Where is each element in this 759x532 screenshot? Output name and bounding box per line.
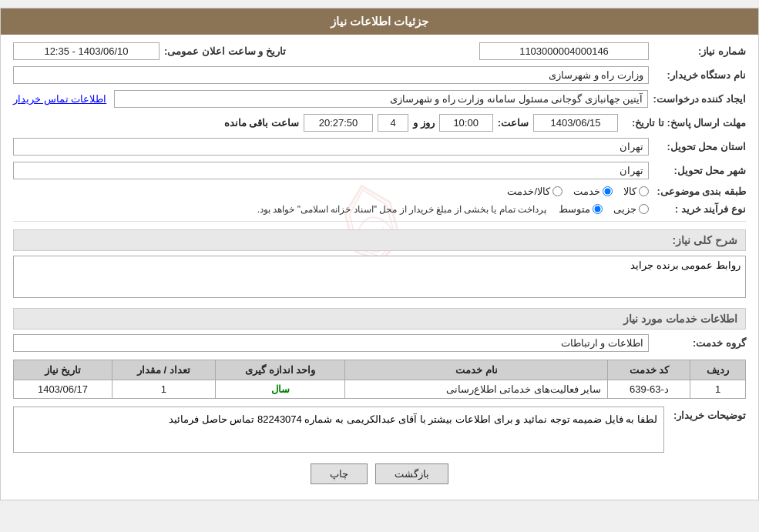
service-group-label: گروه خدمت: [653,337,746,349]
purchase-type-motavaset: متوسط [559,203,603,215]
province-row: استان محل تحویل: تهران [13,138,746,156]
deadline-time-label: ساعت: [498,117,529,129]
buyer-label: نام دستگاه خریدار: [653,69,746,81]
deadline-row: مهلت ارسال پاسخ: تا تاریخ: 1403/06/15 سا… [13,114,746,132]
col-code: کد خدمت [608,360,690,380]
need-number-value: 1103000004000146 [479,42,649,60]
category-kala-khadamat-radio[interactable] [552,186,563,196]
table-cell: 1 [690,380,746,399]
category-kala-radio[interactable] [639,186,649,196]
creator-label: ایجاد کننده درخواست: [653,93,746,105]
category-kala-khadamat-label: کالا/خدمت [507,186,550,197]
col-date: تاریخ نیاز [14,360,113,380]
service-table: ردیف کد خدمت نام خدمت واحد اندازه گیری ت… [13,360,746,399]
deadline-date: 1403/06/15 [533,114,618,132]
service-table-section: ردیف کد خدمت نام خدمت واحد اندازه گیری ت… [13,360,746,399]
deadline-remaining-label: ساعت باقی مانده [224,117,299,129]
description-row: روابط عمومی برنده جراید [13,256,746,300]
province-value: تهران [13,138,649,156]
button-row: بازگشت چاپ [13,463,746,484]
back-button[interactable]: بازگشت [375,463,448,484]
category-khadamat-radio[interactable] [603,186,613,196]
deadline-time: 10:00 [439,114,493,132]
category-kala: کالا [623,186,649,197]
table-row: 1د-63-639سایر فعالیت‌های خدماتی اطلاع‌رس… [14,380,746,399]
purchase-type-jozi-radio[interactable] [639,204,649,214]
purchase-type-row: نوع فرآیند خرید : جزیی متوسط پرداخت تمام… [13,203,746,215]
buyer-value: وزارت راه و شهرسازی [13,66,649,84]
deadline-days: 4 [378,114,408,132]
purchase-type-jozi-label: جزیی [613,203,636,215]
page-wrapper: انا تندر AnarTender جزئیات اطلاعات نیاز … [0,8,759,500]
table-cell: 1403/06/17 [14,380,113,399]
deadline-days-label: روز و [413,117,435,129]
table-cell: سال [215,380,345,399]
service-group-row: گروه خدمت: اطلاعات و ارتباطات [13,334,746,352]
purchase-type-motavaset-radio[interactable] [593,204,603,214]
purchase-type-label: نوع فرآیند خرید : [653,203,746,215]
service-info-label: اطلاعات خدمات مورد نیاز [623,313,737,325]
deadline-label: مهلت ارسال پاسخ: تا تاریخ: [623,117,746,129]
table-cell: 1 [112,380,215,399]
category-khadamat-label: خدمت [573,186,600,197]
need-number-label: شماره نیاز: [653,45,746,57]
buyer-notes-label: توضیحات خریدار: [669,407,746,421]
col-qty: تعداد / مقدار [112,360,215,380]
category-row: طبقه بندی موضوعی: کالا خدمت کالا/خدمت [13,186,746,197]
purchase-type-note: پرداخت تمام یا بخشی از مبلغ خریدار از مح… [257,204,546,215]
description-section-label: شرح کلی نیاز: [673,234,737,246]
city-label: شهر محل تحویل: [653,165,746,176]
category-radio-group: کالا خدمت کالا/خدمت [507,186,649,197]
category-khadamat: خدمت [573,186,613,197]
deadline-remaining: 20:27:50 [304,114,373,132]
page-title: جزئیات اطلاعات نیاز [331,15,428,28]
purchase-type-motavaset-label: متوسط [559,203,590,215]
city-value: تهران [13,162,649,179]
category-label: طبقه بندی موضوعی: [653,186,746,197]
category-kala-khadamat: کالا/خدمت [507,186,563,197]
table-cell: د-63-639 [608,380,690,399]
service-group-value: اطلاعات و ارتباطات [13,334,649,352]
col-unit: واحد اندازه گیری [215,360,345,380]
creator-value: آیتین جهانبازی گوجانی مسئول سامانه وزارت… [114,90,648,108]
need-number-row: شماره نیاز: 1103000004000146 تاریخ و ساع… [13,42,746,60]
province-label: استان محل تحویل: [653,141,746,152]
creator-link[interactable]: اطلاعات تماس خریدار [13,93,106,105]
buyer-row: نام دستگاه خریدار: وزارت راه و شهرسازی [13,66,746,84]
description-textarea[interactable]: روابط عمومی برنده جراید [13,256,746,298]
city-row: شهر محل تحویل: تهران [13,162,746,179]
table-cell: سایر فعالیت‌های خدماتی اطلاع‌رسانی [345,380,608,399]
print-button[interactable]: چاپ [311,463,368,484]
purchase-type-jozi: جزیی [613,203,649,215]
main-content: شماره نیاز: 1103000004000146 تاریخ و ساع… [1,35,758,500]
buyer-notes-row: توضیحات خریدار: لطفا به فایل ضمیمه توجه … [13,407,746,453]
page-header: جزئیات اطلاعات نیاز [1,8,758,35]
creator-row: ایجاد کننده درخواست: آیتین جهانبازی گوجا… [13,90,746,108]
buyer-notes-value: لطفا به فایل ضمیمه توجه نمائید و برای اط… [13,407,664,453]
description-section-title: شرح کلی نیاز: [13,229,746,251]
service-info-section-title: اطلاعات خدمات مورد نیاز [13,308,746,330]
separator-1 [13,221,746,222]
announce-label: تاریخ و ساعت اعلان عمومی: [164,45,286,57]
category-kala-label: کالا [623,186,636,197]
col-name: نام خدمت [345,360,608,380]
col-row: ردیف [690,360,746,380]
announce-value: 1403/06/10 - 12:35 [13,42,160,60]
purchase-type-radio-group: جزیی متوسط [559,203,649,215]
